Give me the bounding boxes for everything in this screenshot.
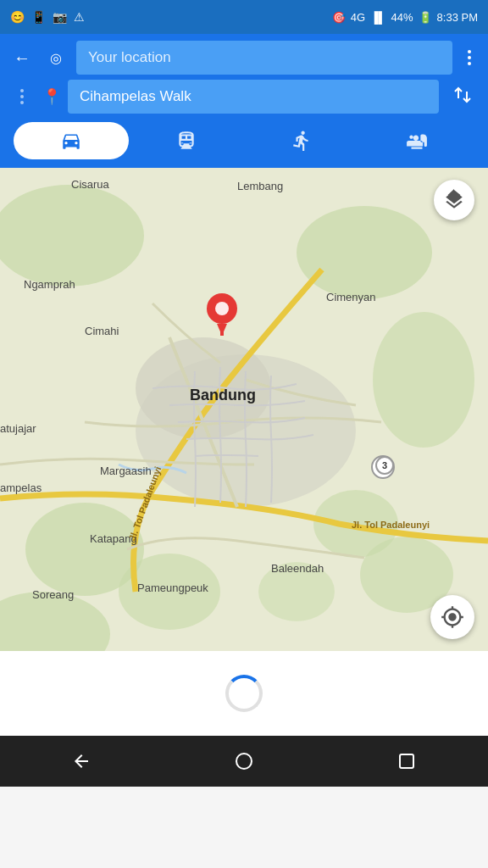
svg-point-4 bbox=[297, 206, 432, 299]
alert-icon: ⚠ bbox=[74, 10, 85, 24]
home-nav-button[interactable] bbox=[219, 744, 269, 778]
recents-nav-button[interactable] bbox=[381, 744, 432, 778]
phone-icon: 📱 bbox=[31, 10, 46, 24]
svg-point-16 bbox=[215, 302, 229, 315]
route-badge-3: 3 bbox=[375, 456, 394, 475]
instagram-icon: 📷 bbox=[53, 10, 67, 24]
map-area[interactable]: Lembang Cisarua Ngamprah Cimahi Cimenyan… bbox=[0, 168, 488, 651]
network-type: 4G bbox=[351, 11, 365, 24]
svg-point-18 bbox=[236, 754, 252, 769]
battery-icon: 🔋 bbox=[419, 11, 432, 24]
notification-icon: 😊 bbox=[10, 10, 25, 24]
svg-point-5 bbox=[373, 312, 474, 448]
status-icons-left: 😊 📱 📷 ⚠ bbox=[10, 10, 85, 24]
more-options-button[interactable] bbox=[459, 47, 480, 69]
destination-pin-icon: 📍 bbox=[42, 87, 61, 106]
layers-button[interactable] bbox=[434, 180, 474, 220]
mode-rideshare-button[interactable] bbox=[359, 122, 474, 159]
mode-walk-button[interactable] bbox=[244, 122, 359, 159]
origin-input[interactable] bbox=[76, 41, 452, 75]
destination-input[interactable] bbox=[68, 80, 439, 114]
status-bar: 😊 📱 📷 ⚠ 🎯 4G ▐▌ 44% 🔋 8:33 PM bbox=[0, 0, 488, 34]
back-button[interactable]: ← bbox=[8, 45, 36, 71]
gps-locate-button[interactable]: ◎ bbox=[42, 47, 69, 70]
swap-button[interactable] bbox=[446, 81, 480, 113]
svg-rect-19 bbox=[400, 754, 413, 768]
mode-transit-button[interactable] bbox=[129, 122, 244, 159]
map-pin bbox=[207, 293, 237, 339]
nav-bar: ← ◎ 📍 bbox=[0, 34, 488, 117]
destination-row: 📍 bbox=[8, 80, 480, 114]
back-nav-button[interactable] bbox=[56, 744, 107, 778]
status-info-right: 🎯 4G ▐▌ 44% 🔋 8:33 PM bbox=[332, 11, 478, 24]
svg-point-9 bbox=[258, 562, 335, 621]
time: 8:33 PM bbox=[437, 11, 478, 24]
route-dots bbox=[8, 89, 36, 104]
map-svg bbox=[0, 168, 488, 651]
origin-row: ← ◎ bbox=[8, 41, 480, 75]
svg-marker-17 bbox=[217, 324, 227, 336]
bottom-nav bbox=[0, 736, 488, 787]
battery-percent: 44% bbox=[391, 11, 413, 24]
loading-area bbox=[0, 651, 488, 736]
loading-spinner bbox=[225, 675, 263, 712]
signal-bars: ▐▌ bbox=[370, 11, 385, 24]
mode-bar bbox=[0, 117, 488, 168]
gps-icon: 🎯 bbox=[332, 11, 346, 24]
my-location-button[interactable] bbox=[430, 595, 474, 639]
mode-drive-button[interactable] bbox=[14, 122, 129, 159]
